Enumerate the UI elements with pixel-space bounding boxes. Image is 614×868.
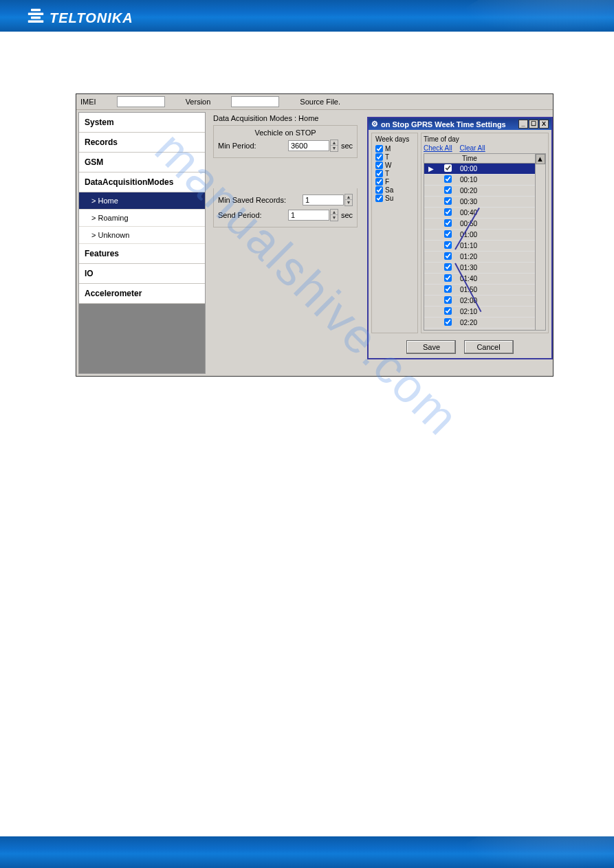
time-value: 00:00	[457, 165, 477, 173]
cancel-button[interactable]: Cancel	[464, 340, 514, 354]
row-pointer-icon: ▶	[424, 165, 438, 173]
weekday-checkbox[interactable]	[375, 170, 383, 177]
time-checkbox[interactable]	[444, 186, 452, 194]
time-value: 02:20	[457, 319, 477, 326]
vehicle-on-stop-fieldset: Vechicle on STOP Min Period: ▲▼ sec	[213, 125, 358, 158]
weekday-t[interactable]: T	[375, 170, 414, 177]
time-checkbox[interactable]	[444, 241, 452, 249]
weekday-checkbox[interactable]	[375, 186, 383, 194]
time-row[interactable]: 02:10	[424, 307, 545, 318]
spinner-icon[interactable]: ▲▼	[330, 140, 338, 152]
sidebar-item-accelerometer[interactable]: Accelerometer	[79, 284, 205, 304]
record-fieldset: Min Saved Records: ▲▼ Send Period: ▲▼ se…	[213, 188, 358, 227]
weekday-checkbox[interactable]	[375, 194, 383, 202]
weekday-t[interactable]: T	[375, 153, 414, 161]
time-checkbox[interactable]	[444, 307, 452, 315]
sidebar-empty	[79, 304, 205, 373]
time-checkbox[interactable]	[444, 274, 452, 282]
time-checkbox[interactable]	[444, 208, 452, 216]
spinner-icon[interactable]: ▲▼	[344, 194, 353, 206]
min-saved-label: Min Saved Records:	[218, 196, 286, 204]
check-all-link[interactable]: Check All	[424, 144, 452, 152]
time-row[interactable]: 01:10	[424, 241, 545, 252]
time-checkbox[interactable]	[444, 175, 452, 183]
time-checkbox[interactable]	[444, 230, 452, 238]
time-checkbox[interactable]	[444, 296, 452, 304]
maximize-icon[interactable]: ☐	[529, 120, 538, 129]
tod-header: Time of day	[424, 135, 546, 143]
source-label: Source File.	[300, 98, 340, 106]
save-button[interactable]: Save	[406, 340, 456, 354]
sidebar-item-roaming[interactable]: > Roaming	[79, 210, 205, 227]
weekday-f[interactable]: F	[375, 178, 414, 186]
time-scrollbar[interactable]: ▲	[535, 154, 545, 330]
time-value: 01:30	[457, 264, 477, 271]
sidebar-item-dataacquisitionmodes[interactable]: DataAcquisitionModes	[79, 173, 205, 192]
time-row[interactable]: ▶00:00	[424, 164, 545, 175]
teltonika-logo-icon	[26, 7, 45, 30]
minimize-icon[interactable]: _	[518, 120, 528, 129]
time-value: 00:30	[457, 198, 477, 205]
send-period-input[interactable]	[288, 210, 329, 221]
time-value: 01:00	[457, 231, 477, 238]
weekday-w[interactable]: W	[375, 162, 414, 169]
time-value: 00:10	[457, 176, 477, 183]
sidebar-item-unknown[interactable]: > Unknown	[79, 227, 205, 244]
time-row[interactable]: 00:20	[424, 186, 545, 197]
sidebar-item-features[interactable]: Features	[79, 244, 205, 264]
time-row[interactable]: 00:10	[424, 175, 545, 186]
sidebar-item-io[interactable]: IO	[79, 264, 205, 284]
header-banner: TELTONIKA	[0, 0, 614, 32]
time-row[interactable]: 01:50	[424, 285, 545, 296]
imei-label: IMEI	[80, 98, 96, 106]
spinner-icon[interactable]: ▲▼	[330, 209, 338, 221]
sidebar-item-gsm[interactable]: GSM	[79, 153, 205, 173]
min-period-input[interactable]	[288, 140, 329, 151]
weekday-checkbox[interactable]	[375, 178, 383, 186]
min-saved-input[interactable]	[303, 194, 344, 205]
weekday-su[interactable]: Su	[375, 194, 414, 202]
time-row[interactable]: 01:20	[424, 252, 545, 263]
weekday-checkbox[interactable]	[375, 162, 383, 169]
weekday-checkbox[interactable]	[375, 153, 383, 161]
sidebar-item-system[interactable]: System	[79, 113, 205, 133]
brand-name: TELTONIKA	[50, 10, 133, 26]
scroll-up-icon[interactable]: ▲	[536, 154, 545, 164]
time-row[interactable]: 00:40	[424, 208, 545, 219]
imei-field[interactable]	[117, 96, 165, 107]
time-checkbox[interactable]	[444, 219, 452, 227]
time-row[interactable]: 00:50	[424, 219, 545, 230]
weekdays-header: Week days	[375, 135, 414, 143]
time-checkbox[interactable]	[444, 164, 452, 172]
popup-title: on Stop GPRS Week Time Settings	[381, 120, 506, 129]
time-row[interactable]: 01:00	[424, 230, 545, 241]
popup-titlebar[interactable]: ⚙ on Stop GPRS Week Time Settings _ ☐ X	[369, 118, 551, 130]
time-table: Time ▶00:0000:1000:2000:3000:4000:5001:0…	[424, 153, 546, 331]
time-row[interactable]: 02:00	[424, 296, 545, 307]
time-row[interactable]: 02:20	[424, 318, 545, 329]
time-checkbox[interactable]	[444, 318, 452, 326]
sidebar-item-home[interactable]: > Home	[79, 192, 205, 210]
sidebar-item-records[interactable]: Records	[79, 133, 205, 153]
svg-rect-3	[28, 21, 43, 23]
svg-rect-2	[31, 16, 41, 19]
weekday-m[interactable]: M	[375, 145, 414, 153]
weekdays-panel: Week days M T W T F Sa Su	[371, 133, 418, 333]
weekday-checkbox[interactable]	[375, 145, 383, 153]
time-checkbox[interactable]	[444, 197, 452, 205]
time-row[interactable]: 01:30	[424, 263, 545, 274]
time-checkbox[interactable]	[444, 263, 452, 271]
clear-all-link[interactable]: Clear All	[459, 144, 485, 152]
time-of-day-panel: Time of day Check All Clear All Time ▶00…	[421, 133, 549, 333]
send-period-unit: sec	[341, 211, 353, 219]
time-checkbox[interactable]	[444, 285, 452, 293]
time-checkbox[interactable]	[444, 252, 452, 260]
time-row[interactable]: 01:40	[424, 274, 545, 285]
time-row[interactable]: 00:30	[424, 197, 545, 208]
close-icon[interactable]: X	[539, 120, 549, 129]
send-period-label: Send Period:	[218, 211, 262, 219]
version-field[interactable]	[231, 96, 279, 107]
time-value: 01:10	[457, 242, 477, 249]
weekday-sa[interactable]: Sa	[375, 186, 414, 194]
fieldset-legend: Vechicle on STOP	[218, 129, 353, 137]
